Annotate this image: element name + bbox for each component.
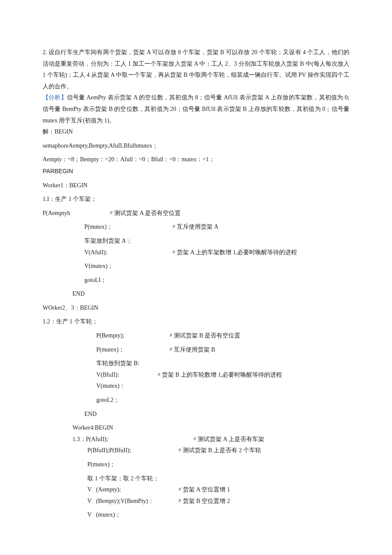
worker23-end: END xyxy=(84,409,349,420)
worker1-header: Worker1：BEGIN xyxy=(43,180,349,192)
worker1-p-aempty: P(Aemptyh〃测试货架 A 是否有空位置 xyxy=(43,208,349,219)
problem-statement: 2. 设自行车生产车间有两个货架，货架 A 可以存放 8 个车架，货架 B 可以… xyxy=(43,47,349,92)
code-text: P(Aemptyh xyxy=(43,208,108,219)
worker23-v-mutex: V(mutex)： xyxy=(96,381,349,392)
code-text: P(BfuII);P(BfuII); xyxy=(87,445,177,456)
begin-kw: BEGIN xyxy=(55,128,73,135)
analysis-text: 信号量 AemPty 表示货架 A 的空位数，其初值为 8；信号量 AfUll … xyxy=(43,94,349,123)
code-text: V (Aempty); xyxy=(87,484,177,496)
analysis-label: 【分析】 xyxy=(43,94,67,101)
analysis-block: 【分析】信号量 AemPty 表示货架 A 的空位数，其初值为 8；信号量 Af… xyxy=(43,92,349,126)
code-comment: 〃货架 B 上的车轮数增 1,必要时唤醒等待的进程 xyxy=(156,372,282,378)
worker1-produce: 1.I：生产 1 个车架； xyxy=(43,194,349,205)
document-page: 2. 设自行车生产车间有两个货架，货架 A 可以存放 8 个车架，货架 B 可以… xyxy=(0,0,392,555)
worker4-take: 取 1 个车架；取 2 个车轮； xyxy=(87,473,349,485)
code-text: P(mutex)； xyxy=(84,221,171,233)
worker1-v-afull: V(AfulI);〃货架 A 上的车架数增 1,必要时唤醒等待的进程 xyxy=(84,247,349,259)
worker4-p-mutex: P(mutex)； xyxy=(87,459,349,471)
code-text: P(mutex)； xyxy=(96,344,168,356)
solution-begin: 解：BEGIN xyxy=(43,126,349,138)
worker4-v-mutex: V (mutex)； xyxy=(87,509,349,521)
code-comment: 〃测试货架 B 上是否有 2 个车轮 xyxy=(177,447,261,453)
parbegin-text: PARBEGIN xyxy=(43,168,73,174)
worker4-p-bfull: P(BfuII);P(BfuII);〃测试货架 B 上是否有 2 个车轮 xyxy=(87,445,349,456)
worker4-v-bempty: V (Bempty);V(BemPty)：〃货架 B 空位置增 2 xyxy=(87,496,349,507)
code-comment: 〃测试货架 A 是否有空位置 xyxy=(108,210,181,216)
code-comment: 〃货架 A 上的车架数增 1,必要时唤醒等待的进程 xyxy=(171,249,297,256)
worker4-v-aempty: V (Aempty);〃货架 A 空位置增 1 xyxy=(87,484,349,496)
worker23-p-mutex: P(mutex)；〃互斥使用货架 B xyxy=(96,344,349,356)
code-text: V (Bempty);V(BemPty)： xyxy=(87,496,177,507)
code-comment: 〃货架 A 空位置增 1 xyxy=(177,486,230,493)
init-line: Aempty：=8；Bempty：=20：Afull：=0；Bfull：=0：m… xyxy=(43,154,349,166)
solution-label: 解： xyxy=(43,128,55,135)
code-comment: 〃货架 B 空位置增 2 xyxy=(177,498,230,504)
code-comment: 〃互斥使用货架 A xyxy=(171,224,219,230)
code-text: P(Bempty); xyxy=(96,330,168,342)
worker23-header: WOrker2、3：BEGIN xyxy=(43,302,349,314)
code-text: V(AfulI); xyxy=(84,247,171,259)
problem-text: 设自行车生产车间有两个货架，货架 A 可以存放 8 个车架，货架 B 可以存放 … xyxy=(43,49,349,90)
worker1-p-mutex: P(mutex)；〃互斥使用货架 A xyxy=(84,221,349,233)
worker23-produce: 1.2：生产 1 个车轮； xyxy=(43,316,349,328)
problem-number: 2. xyxy=(43,49,47,55)
code-text: 1.3：P(AfuII); xyxy=(72,434,192,445)
worker23-v-bfull: V(BfuII):〃货架 B 上的车轮数增 1,必要时唤醒等待的进程 xyxy=(96,369,349,381)
worker23-goto: gotoL2； xyxy=(96,395,349,406)
code-comment: 〃测试货架 B 是否有空位置 xyxy=(168,332,240,339)
worker4-l3: 1.3：P(AfuII);〃测试货架 A 上是否有车架 xyxy=(72,434,349,445)
code-text: V(BfuII): xyxy=(96,369,156,381)
worker1-end: END xyxy=(72,288,349,300)
parbegin-kw: PARBEGIN xyxy=(43,166,349,177)
worker1-goto: gotoLI； xyxy=(84,275,349,286)
code-comment: 〃测试货架 A 上是否有车架 xyxy=(192,436,264,442)
semaphore-decl: semaphoreAempty,Bempty,AfuILBfulhmutex； xyxy=(43,140,349,152)
code-comment: 〃互斥使用货架 B xyxy=(168,346,215,353)
worker1-put: 车架放到货架 A； xyxy=(84,235,349,247)
worker23-put: 车轮放到货架 B: xyxy=(96,358,349,369)
worker23-p-bempty: P(Bempty);〃测试货架 B 是否有空位置 xyxy=(96,330,349,342)
worker1-v-mutex: V(mutex)； xyxy=(84,261,349,272)
worker4-header: Worker4:BEGIN xyxy=(72,422,349,434)
